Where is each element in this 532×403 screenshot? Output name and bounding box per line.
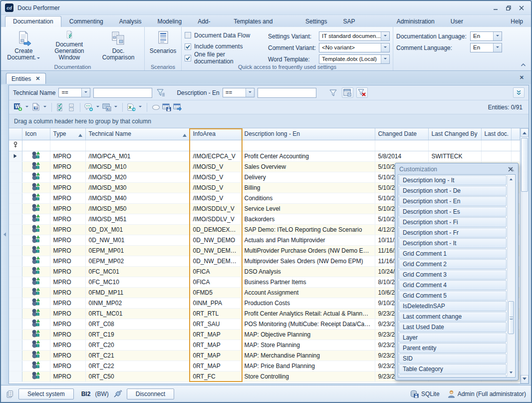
custom-filter-button[interactable] [155, 87, 167, 98]
minimize-button[interactable] [490, 3, 501, 12]
expand-filters-button[interactable] [513, 87, 525, 98]
close-tabstrip-icon[interactable]: ✕ [520, 74, 524, 81]
customization-field-item[interactable]: Layer [399, 333, 507, 343]
settings-variant-select[interactable]: IT standard documen... [319, 31, 390, 41]
technical-name-filter-input[interactable] [93, 88, 152, 98]
customization-field-item[interactable]: Description long - It [399, 175, 507, 185]
chevron-down-icon[interactable] [81, 88, 90, 97]
select-system-button[interactable]: Select system [18, 389, 74, 400]
save-layout-button[interactable] [162, 102, 172, 112]
scroll-down-icon[interactable] [521, 375, 529, 384]
column-header-type[interactable]: Type [50, 128, 85, 140]
column-header-last-doc[interactable]: Last doc. [481, 128, 511, 140]
menu-tab-help[interactable]: Help [503, 16, 531, 27]
chevron-down-icon[interactable] [381, 43, 389, 52]
checkboxes-button[interactable] [55, 102, 65, 112]
ellipse-button[interactable] [151, 102, 161, 112]
description-operator-select[interactable]: == [223, 88, 255, 97]
customization-field-item[interactable]: Description short - En [399, 196, 507, 206]
restore-button[interactable] [503, 3, 514, 12]
close-customization-icon[interactable] [508, 167, 514, 172]
checkbox-document-data-flow[interactable]: Document Data Flow [185, 31, 261, 39]
menu-tab-documentation[interactable]: Documentation [5, 16, 61, 27]
customization-field-item[interactable]: Description short - Fr [399, 228, 507, 238]
column-header-icon[interactable]: Icon [22, 128, 50, 140]
customization-field-item[interactable]: SID [399, 354, 507, 364]
collapse-ribbon-button[interactable] [519, 61, 527, 68]
scrollbar-thumb[interactable] [521, 138, 528, 192]
disconnect-button[interactable]: Disconnect [127, 389, 174, 400]
customization-field-item[interactable]: Last comment change [399, 312, 507, 322]
menu-tab-settings[interactable]: Settings [297, 16, 335, 27]
customization-field-item[interactable]: Ver. [399, 375, 507, 378]
menu-tab-analysis[interactable]: Analysis [111, 16, 150, 27]
scroll-up-icon[interactable] [521, 128, 529, 137]
new-word-document-dropdown[interactable] [24, 102, 30, 112]
description-filter-input[interactable] [258, 88, 316, 98]
doc-comparison-button[interactable]: Doc. Comparison [95, 29, 141, 62]
word-document-dropdown[interactable] [42, 102, 48, 112]
add-comment-dropdown[interactable] [95, 102, 101, 112]
column-header-technical-name[interactable]: Technical Name [85, 128, 190, 140]
column-header-description[interactable]: Description long - En [241, 128, 375, 140]
customization-field-item[interactable]: Grid Comment 3 [399, 270, 507, 280]
auto-filter-row[interactable] [9, 140, 520, 151]
add-comment-button[interactable] [84, 102, 94, 112]
column-header-infoarea[interactable]: InfoArea [190, 128, 241, 140]
new-word-document-button[interactable]: W [13, 102, 23, 112]
customization-field-item[interactable]: Grid Comment 1 [399, 249, 507, 259]
list-boxes-button[interactable] [66, 102, 76, 112]
customization-field-item[interactable]: Last Used Date [399, 322, 507, 332]
grid-vertical-scrollbar[interactable] [520, 128, 529, 384]
chevron-down-icon[interactable] [246, 88, 254, 97]
menu-tab-modeling[interactable]: Modeling [149, 16, 190, 27]
scenarios-button[interactable]: Scenarios [147, 29, 179, 62]
table-row[interactable]: MPRO /IMO/PCA_M01 /IMO/ECPCA_V Profit Ce… [9, 151, 520, 161]
customization-field-item[interactable]: Description short - De [399, 186, 507, 196]
chevron-down-icon[interactable] [381, 32, 389, 40]
system-list-icon[interactable] [6, 390, 14, 398]
customization-field-item[interactable]: Grid Comment 5 [399, 291, 507, 301]
column-header-changed-date[interactable]: Changed Date [375, 128, 428, 140]
chevron-down-icon[interactable] [493, 32, 502, 40]
create-document-button[interactable]: Create Document. [4, 29, 43, 62]
menu-tab-administration[interactable]: Administration [389, 16, 443, 27]
word-document-button[interactable]: W [31, 102, 41, 112]
filter-editor-button[interactable] [342, 87, 353, 98]
database-status[interactable]: SQLite [410, 390, 440, 398]
customization-field-item[interactable]: Parent entity [399, 343, 507, 353]
customization-field-item[interactable]: Description short - It [399, 238, 507, 248]
chevron-down-icon[interactable] [381, 55, 389, 63]
menu-tab-templates-and-variants[interactable]: Templates and Variants [226, 16, 297, 27]
document-generation-window-button[interactable]: DocumentGeneration Window [44, 29, 94, 62]
customization-field-item[interactable]: Description short - Fi [399, 217, 507, 227]
menu-tab-add-ons[interactable]: Add-ons [190, 16, 226, 27]
documentation-language-select[interactable]: En [470, 31, 502, 41]
menu-tab-user-management[interactable]: User Management [443, 16, 503, 27]
technical-name-operator-select[interactable]: == [58, 88, 90, 97]
scrollbar-thumb[interactable] [508, 301, 514, 334]
excel-export-dropdown[interactable] [137, 102, 143, 112]
word-template-select[interactable]: Template.dotx (Local) [319, 54, 390, 64]
customization-scrollbar[interactable] [507, 175, 515, 377]
comment-word-dropdown[interactable] [113, 102, 119, 112]
checkbox-one-file-per-documentation[interactable]: One file per documentation [185, 54, 261, 62]
chevron-down-icon[interactable] [493, 43, 502, 52]
scroll-down-icon[interactable] [508, 369, 515, 377]
close-tab-icon[interactable]: ✕ [35, 75, 40, 82]
menu-tab-commenting[interactable]: Commenting [61, 16, 111, 27]
user-status[interactable]: Admin (Full administrator) [448, 390, 526, 398]
load-layout-button[interactable] [173, 102, 183, 112]
excel-export-button[interactable]: X [126, 102, 136, 112]
column-header-last-changed-by[interactable]: Last Changed By [428, 128, 481, 140]
customization-field-item[interactable]: Grid Comment 4 [399, 280, 507, 290]
customization-field-item[interactable]: Description short - Es [399, 207, 507, 217]
customization-field-item[interactable]: Grid Comment 2 [399, 259, 507, 269]
dock-autohide-strip[interactable] [1, 85, 8, 384]
checkbox-include-comments[interactable]: Include comments [185, 43, 261, 51]
apply-filter-button[interactable] [327, 87, 339, 98]
comment-language-select[interactable]: En [470, 43, 502, 52]
comment-word-button[interactable]: W [102, 102, 112, 112]
group-by-panel[interactable]: Drag a column header here to group by th… [9, 114, 529, 128]
customization-field-item[interactable]: Table Category [399, 364, 507, 374]
